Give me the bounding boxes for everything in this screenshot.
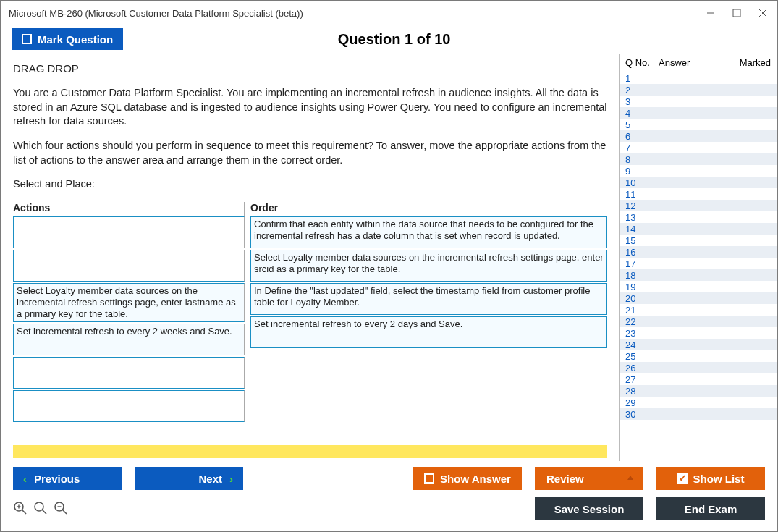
chevron-right-icon: ›	[229, 473, 233, 485]
checkbox-icon	[424, 473, 434, 484]
question-list-row[interactable]: 26	[620, 362, 777, 373]
question-number: 24	[625, 339, 659, 350]
question-list-row[interactable]: 7	[620, 142, 777, 153]
question-list-row[interactable]: 16	[620, 246, 777, 258]
question-list-row[interactable]: 5	[620, 119, 777, 130]
question-number: 5	[625, 119, 659, 130]
question-list-scroll[interactable]: 1234567891011121314151617181920212223242…	[620, 72, 777, 461]
review-button[interactable]: Review	[535, 467, 643, 490]
question-list-row[interactable]: 29	[620, 397, 777, 408]
order-slot-4[interactable]: Set incremental refresh to every 2 days …	[250, 316, 607, 348]
show-list-label: Show List	[693, 473, 745, 485]
question-number: 3	[625, 96, 659, 107]
order-slot-2[interactable]: Select Loyalty member data sources on th…	[250, 250, 607, 282]
action-slot-6[interactable]	[13, 390, 245, 422]
question-number: 17	[625, 258, 659, 269]
close-icon[interactable]	[756, 7, 769, 20]
app-window: Microsoft MB-260 (Microsoft Customer Dat…	[0, 0, 778, 532]
question-list-row[interactable]: 22	[620, 316, 777, 327]
show-answer-button[interactable]: Show Answer	[413, 467, 522, 490]
next-button[interactable]: Next ›	[135, 467, 243, 490]
zoom-out-icon[interactable]	[54, 501, 69, 517]
action-slot-5[interactable]	[13, 357, 245, 389]
svg-rect-1	[733, 9, 740, 17]
question-number: 9	[625, 166, 659, 177]
question-number: 18	[625, 270, 659, 281]
footer-row-2: Save Session End Exam	[13, 497, 765, 520]
svg-line-11	[63, 510, 67, 515]
question-list-row[interactable]: 2	[620, 84, 777, 96]
triangle-up-icon	[627, 476, 633, 480]
question-list-row[interactable]: 14	[620, 223, 777, 235]
order-header: Order	[250, 202, 607, 216]
question-list-row[interactable]: 8	[620, 153, 777, 165]
question-number: 29	[625, 397, 659, 408]
question-number: 21	[625, 305, 659, 316]
question-type: DRAG DROP	[13, 62, 607, 76]
question-list-row[interactable]: 19	[620, 281, 777, 292]
svg-line-5	[22, 510, 27, 515]
zoom-icon[interactable]	[33, 501, 49, 517]
question-list-row[interactable]: 17	[620, 258, 777, 269]
question-list-row[interactable]: 3	[620, 96, 777, 107]
question-number: 7	[625, 143, 659, 153]
question-list-row[interactable]: 6	[620, 130, 777, 142]
review-label: Review	[546, 473, 584, 485]
svg-line-9	[43, 510, 47, 515]
previous-button[interactable]: ‹ Previous	[13, 467, 122, 490]
question-number: 30	[625, 409, 659, 420]
action-slot-4[interactable]: Set incremental refresh to every 2 weeks…	[13, 324, 245, 355]
question-list-row[interactable]: 4	[620, 107, 777, 119]
question-list-row[interactable]: 13	[620, 211, 777, 223]
question-list-row[interactable]: 15	[620, 235, 777, 246]
question-list-row[interactable]: 21	[620, 304, 777, 316]
header-qno: Q No.	[625, 57, 659, 68]
question-list-row[interactable]: 25	[620, 350, 777, 362]
mark-question-button[interactable]: Mark Question	[12, 28, 123, 50]
question-number: 11	[625, 189, 659, 200]
action-slot-2[interactable]	[13, 250, 245, 282]
actions-header: Actions	[13, 202, 245, 216]
save-session-button[interactable]: Save Session	[535, 497, 643, 520]
question-list-row[interactable]: 23	[620, 327, 777, 339]
question-list-row[interactable]: 12	[620, 200, 777, 211]
question-number: 22	[625, 316, 659, 327]
question-list-row[interactable]: 24	[620, 339, 777, 350]
question-list-row[interactable]: 20	[620, 292, 777, 304]
question-list-row[interactable]: 28	[620, 385, 777, 397]
order-slot-1[interactable]: Confirm that each entity within the data…	[250, 216, 607, 248]
question-number: 12	[625, 200, 659, 211]
question-list-row[interactable]: 9	[620, 165, 777, 177]
question-list-row[interactable]: 27	[620, 373, 777, 385]
titlebar: Microsoft MB-260 (Microsoft Customer Dat…	[1, 1, 777, 25]
show-list-button[interactable]: Show List	[656, 467, 765, 490]
maximize-icon[interactable]	[730, 7, 743, 20]
question-list-row[interactable]: 18	[620, 269, 777, 281]
question-paragraph-2: Which four actions should you perform in…	[13, 139, 607, 167]
question-number: 6	[625, 131, 659, 142]
question-list-row[interactable]: 30	[620, 408, 777, 420]
question-list-row[interactable]: 11	[620, 188, 777, 200]
end-exam-button[interactable]: End Exam	[656, 497, 765, 520]
action-slot-3[interactable]: Select Loyalty member data sources on th…	[13, 283, 245, 323]
order-slot-3[interactable]: In Define the "last updated" field, sele…	[250, 283, 607, 315]
question-list-panel: Q No. Answer Marked 12345678910111213141…	[619, 54, 777, 461]
content-area: DRAG DROP You are a Customer Data Platfo…	[1, 54, 777, 461]
question-paragraph-3: Select and Place:	[13, 177, 607, 192]
minimize-icon[interactable]	[704, 7, 717, 20]
question-number: 10	[625, 177, 659, 188]
question-scroll[interactable]: DRAG DROP You are a Customer Data Platfo…	[1, 54, 619, 461]
zoom-controls	[13, 501, 69, 517]
question-list-row[interactable]: 10	[620, 177, 777, 188]
question-list-row[interactable]: 1	[620, 72, 777, 84]
question-number: 15	[625, 235, 659, 246]
question-counter: Question 1 of 10	[123, 31, 665, 48]
zoom-in-icon[interactable]	[13, 501, 29, 517]
question-number: 4	[625, 108, 659, 119]
question-number: 2	[625, 85, 659, 96]
end-exam-label: End Exam	[685, 503, 737, 515]
question-number: 13	[625, 212, 659, 223]
action-slot-1[interactable]	[13, 216, 245, 248]
header-answer: Answer	[659, 57, 730, 68]
save-session-label: Save Session	[554, 503, 625, 515]
